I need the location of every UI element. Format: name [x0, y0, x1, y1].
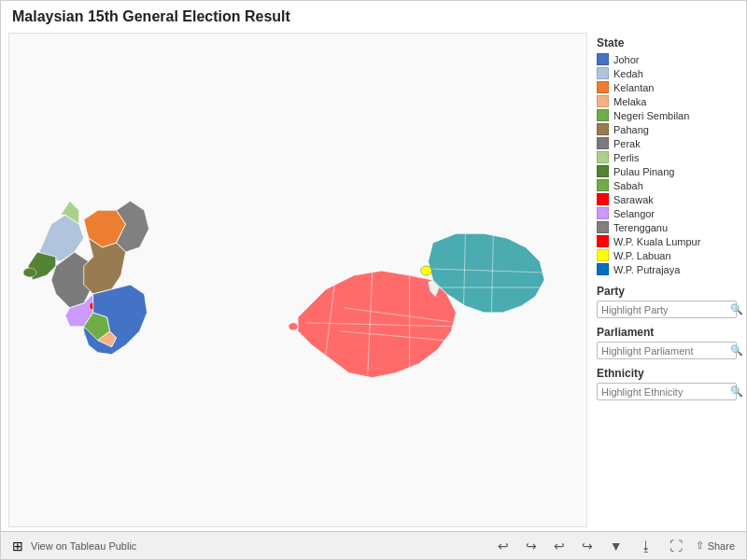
pahang-region: [84, 238, 126, 294]
legend-title: State: [597, 36, 737, 49]
legend-swatch: [597, 221, 609, 233]
page-title: Malaysian 15th General Election Result: [1, 1, 746, 29]
ethnicity-filter-wrap[interactable]: 🔍: [597, 383, 737, 400]
legend-items: JohorKedahKelantanMelakaNegeri SembilanP…: [597, 53, 737, 277]
party-filter-wrap[interactable]: 🔍: [597, 301, 737, 318]
footer-icons: ↩ ↪ ↩ ↪ ▼ ⭳ ⛶ ⇧ Share: [494, 537, 735, 555]
parliament-filter-wrap[interactable]: 🔍: [597, 342, 737, 359]
legend-item: Johor: [597, 53, 737, 65]
legend-swatch: [597, 53, 609, 65]
ethnicity-filter-input[interactable]: [601, 386, 730, 398]
legend-label: W.P. Kuala Lumpur: [613, 236, 700, 247]
legend-label: Perlis: [613, 152, 640, 163]
legend-label: Sarawak: [613, 194, 654, 205]
map-area: [8, 33, 587, 527]
legend-swatch: [597, 193, 609, 205]
legend-item: Pulau Pinang: [597, 165, 737, 177]
sidebar: State JohorKedahKelantanMelakaNegeri Sem…: [587, 29, 746, 531]
legend-item: W.P. Labuan: [597, 249, 737, 261]
ethnicity-search-icon: 🔍: [730, 385, 743, 398]
party-filter-title: Party: [597, 285, 737, 298]
legend-item: Perlis: [597, 151, 737, 163]
view-tableau-link[interactable]: View on Tableau Public: [31, 540, 136, 552]
legend-item: Sarawak: [597, 193, 737, 205]
legend-label: Melaka: [613, 96, 646, 107]
legend-label: Pahang: [613, 124, 649, 135]
legend-label: Negeri Sembilan: [613, 110, 689, 121]
legend-item: Perak: [597, 137, 737, 149]
legend-swatch: [597, 67, 609, 79]
share-button[interactable]: ⇧ Share: [696, 539, 735, 552]
legend-item: Melaka: [597, 95, 737, 107]
parliament-filter-input[interactable]: [601, 345, 730, 357]
legend-item: Kelantan: [597, 81, 737, 93]
legend-swatch: [597, 151, 609, 163]
legend-swatch: [597, 235, 609, 247]
legend-label: Kedah: [613, 68, 643, 79]
legend-swatch: [597, 179, 609, 191]
download-button[interactable]: ⭳: [636, 537, 656, 555]
parliament-search-icon: 🔍: [730, 344, 743, 357]
forward-dropdown-button[interactable]: ▼: [606, 537, 627, 555]
map-svg: [9, 34, 586, 526]
undo-button[interactable]: ↩: [494, 537, 513, 555]
legend-swatch: [597, 263, 609, 275]
wp-labuan-region: [421, 266, 432, 275]
content-row: State JohorKedahKelantanMelakaNegeri Sem…: [1, 29, 746, 531]
legend-swatch: [597, 249, 609, 261]
legend-swatch: [597, 207, 609, 219]
back-button[interactable]: ↩: [550, 537, 569, 555]
penang-island: [23, 268, 36, 277]
legend-item: Selangor: [597, 207, 737, 219]
legend-label: Perak: [613, 138, 641, 149]
legend-swatch: [597, 165, 609, 177]
legend-item: Sabah: [597, 179, 737, 191]
share-icon: ⇧: [696, 539, 704, 552]
legend-item: W.P. Putrajaya: [597, 263, 737, 275]
legend-swatch: [597, 123, 609, 135]
legend-label: Terengganu: [613, 222, 668, 233]
svg-point-10: [289, 323, 298, 330]
party-filter-section: Party 🔍: [597, 285, 737, 318]
legend-item: W.P. Kuala Lumpur: [597, 235, 737, 247]
legend-label: Pulau Pinang: [613, 166, 674, 177]
ethnicity-filter-section: Ethnicity 🔍: [597, 367, 737, 400]
footer: ⊞ View on Tableau Public ↩ ↪ ↩ ↪ ▼ ⭳ ⛶ ⇧…: [1, 531, 746, 559]
legend-swatch: [597, 137, 609, 149]
legend-label: Johor: [613, 54, 640, 65]
legend-item: Negeri Sembilan: [597, 109, 737, 121]
share-label: Share: [708, 540, 735, 552]
legend-label: Kelantan: [613, 82, 654, 93]
legend-label: W.P. Putrajaya: [613, 264, 680, 275]
redo-button[interactable]: ↪: [522, 537, 541, 555]
legend-item: Terengganu: [597, 221, 737, 233]
party-search-icon: 🔍: [730, 303, 743, 315]
forward-button[interactable]: ↪: [578, 537, 597, 555]
legend-swatch: [597, 109, 609, 121]
legend-item: Kedah: [597, 67, 737, 79]
main-container: Malaysian 15th General Election Result: [0, 0, 747, 560]
legend-swatch: [597, 95, 609, 107]
fullscreen-button[interactable]: ⛶: [666, 537, 686, 555]
legend-label: Sabah: [613, 180, 643, 191]
legend-swatch: [597, 81, 609, 93]
party-filter-input[interactable]: [601, 304, 730, 315]
ethnicity-filter-title: Ethnicity: [597, 367, 737, 380]
legend-item: Pahang: [597, 123, 737, 135]
legend-label: Selangor: [613, 208, 655, 219]
parliament-filter-title: Parliament: [597, 326, 737, 339]
tableau-icon: ⊞: [12, 539, 23, 553]
parliament-filter-section: Parliament 🔍: [597, 326, 737, 359]
legend-label: W.P. Labuan: [613, 250, 671, 261]
